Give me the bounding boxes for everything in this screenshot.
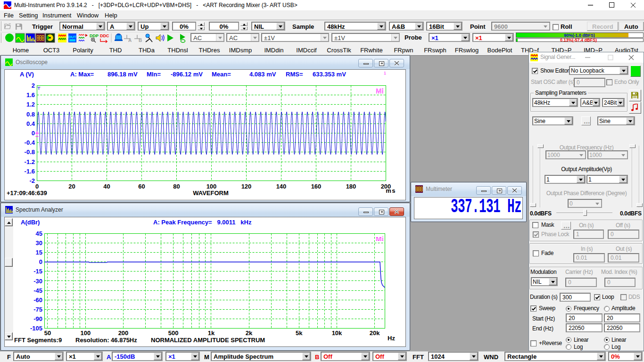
svg-text:-60: -60 [33, 296, 42, 304]
svg-text:0.8: 0.8 [26, 111, 35, 118]
svg-text:20k: 20k [370, 329, 380, 337]
svg-text:633.353 mV: 633.353 mV [313, 71, 346, 78]
svg-text:15: 15 [36, 249, 42, 256]
svg-text:0: 0 [32, 130, 35, 137]
svg-text:A: Peak Frequency= 9.0011: A: Peak Frequency= 9.0011 kHz [153, 219, 252, 226]
svg-text:100: 100 [80, 329, 91, 337]
svg-text:1.2: 1.2 [26, 101, 35, 108]
svg-text:Hz: Hz [388, 335, 395, 342]
svg-text:2k: 2k [246, 329, 253, 337]
svg-text:-90: -90 [33, 315, 42, 322]
svg-text:-105: -105 [30, 325, 42, 332]
svg-text:A: Max=: A: Max= [70, 71, 94, 78]
svg-text:120: 120 [241, 183, 252, 190]
svg-text:50: 50 [44, 329, 51, 337]
svg-text:-0.4: -0.4 [25, 139, 35, 146]
svg-text:-896.12 mV: -896.12 mV [171, 71, 203, 78]
svg-text:45: 45 [36, 230, 42, 237]
svg-text:30: 30 [36, 239, 42, 247]
svg-text:DDC: DDC [100, 33, 109, 38]
svg-text:-45: -45 [33, 287, 42, 294]
svg-text:DUT: DUT [68, 35, 76, 39]
svg-text:-1.6: -1.6 [25, 168, 35, 175]
svg-text:0: 0 [39, 258, 42, 265]
svg-text:40: 40 [103, 183, 110, 190]
svg-text:140: 140 [276, 183, 287, 190]
svg-text:60: 60 [138, 183, 145, 190]
svg-text:-75: -75 [33, 306, 42, 313]
svg-text:RMS=: RMS= [286, 71, 303, 78]
svg-text:WAVEFORM: WAVEFORM [193, 189, 229, 197]
svg-text:Mean=: Mean= [212, 71, 231, 78]
svg-text:0.4: 0.4 [26, 120, 35, 127]
svg-text:1k: 1k [208, 329, 215, 337]
svg-text:+17:09:46:639: +17:09:46:639 [7, 189, 47, 197]
svg-text:4.083 mV: 4.083 mV [249, 71, 276, 78]
svg-text:20: 20 [68, 183, 75, 190]
svg-text:Mi: Mi [376, 235, 384, 243]
svg-text:A(dBr): A(dBr) [21, 219, 40, 226]
svg-text:1.6: 1.6 [26, 91, 35, 99]
svg-text:B: B [139, 38, 142, 43]
svg-text:896.18 mV: 896.18 mV [107, 71, 138, 78]
svg-text:A (V): A (V) [20, 71, 34, 78]
svg-text:10k: 10k [332, 329, 342, 337]
svg-text:-15: -15 [33, 268, 42, 275]
svg-text:ms: ms [386, 187, 396, 194]
svg-text:-30: -30 [33, 278, 42, 285]
svg-text:500: 500 [168, 329, 179, 337]
svg-text:Resolution: 46.875Hz: Resolution: 46.875Hz [75, 337, 137, 344]
svg-text:100: 100 [206, 183, 217, 190]
svg-text:-0.8: -0.8 [25, 148, 35, 156]
svg-text:0: 0 [35, 183, 39, 190]
svg-text:DDP: DDP [90, 33, 99, 38]
svg-text:5k: 5k [296, 329, 303, 337]
svg-text:1: 1 [384, 71, 386, 75]
svg-text:MIn=: MIn= [147, 71, 161, 78]
svg-text:-2: -2 [29, 177, 35, 184]
svg-text:A: A [128, 38, 132, 43]
svg-text:160: 160 [311, 183, 322, 190]
svg-text:FFT Segments:9: FFT Segments:9 [14, 337, 62, 344]
svg-text:200: 200 [118, 329, 129, 337]
svg-text:NORMALIZED AMPLITUDE SPECTRUM: NORMALIZED AMPLITUDE SPECTRUM [151, 337, 265, 344]
svg-text:2: 2 [32, 82, 35, 89]
svg-text:180: 180 [346, 183, 356, 190]
svg-text:80: 80 [173, 183, 180, 190]
svg-text:Mi: Mi [376, 87, 384, 95]
svg-text:-1.2: -1.2 [25, 158, 35, 165]
